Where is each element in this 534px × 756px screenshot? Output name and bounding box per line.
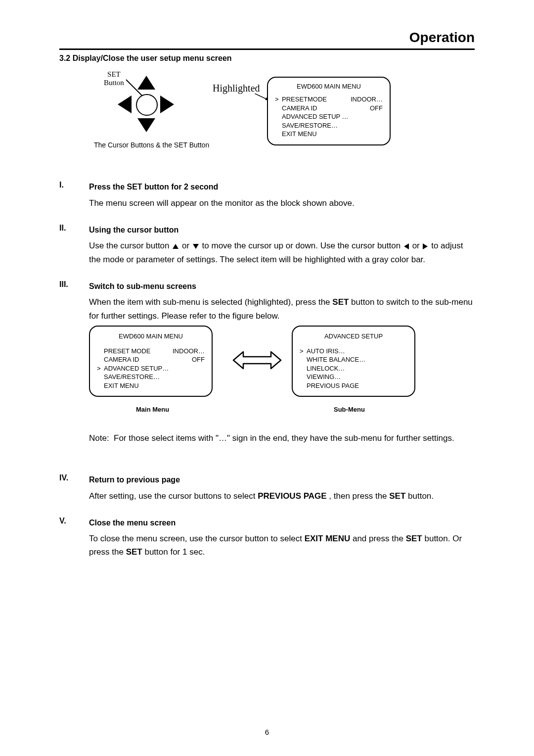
row-value: OFF — [364, 104, 383, 113]
step-iii: III. Switch to sub-menu screens When the… — [59, 280, 475, 460]
row-label: CAMERA ID — [104, 355, 139, 364]
menu-row: EXIT MENU — [275, 130, 383, 139]
arrow-left-icon — [404, 243, 409, 249]
menu-title: EWD600 MAIN MENU — [97, 331, 205, 342]
row-label: SAVE/RESTORE… — [104, 373, 160, 381]
row-label: ADVANCED SETUP… — [104, 364, 169, 373]
note: Note: For those select items with "…" si… — [89, 431, 475, 445]
text: button. — [408, 491, 434, 501]
step-num: IV. — [59, 473, 89, 503]
step-body: Use the cursor button or to move the cur… — [89, 239, 475, 266]
row-label: LINELOCK… — [307, 364, 345, 373]
text: or — [412, 241, 422, 250]
page-title: Operation — [59, 30, 475, 46]
step-body: To close the menu screen, use the cursor… — [89, 532, 475, 559]
cursor-pad-caption: The Cursor Buttons & the SET Button — [94, 141, 209, 149]
set-button-icon — [136, 94, 158, 116]
text: , then press the — [329, 491, 389, 501]
text: or — [182, 241, 192, 250]
text: To close the menu screen, use the cursor… — [89, 534, 305, 543]
page: Operation 3.2 Display/Close the user set… — [0, 0, 534, 756]
step-head: Close the menu screen — [89, 517, 475, 529]
rule — [59, 48, 475, 50]
text-bold: PREVIOUS PAGE — [258, 491, 327, 501]
text: After setting, use the cursor buttons to… — [89, 491, 258, 501]
text-bold: EXIT MENU — [305, 534, 351, 543]
row-label: AUTO IRIS… — [307, 347, 345, 356]
double-arrow-icon — [232, 348, 282, 377]
step-head: Using the cursor button — [89, 224, 475, 236]
row-caret — [300, 364, 307, 373]
row-caret: > — [275, 95, 282, 104]
row-label: VIEWING… — [307, 373, 341, 381]
figure-middle: EWD600 MAIN MENU PRESET MODE INDOOR… CAM… — [89, 326, 475, 429]
step-head: Switch to sub-menu screens — [89, 280, 475, 293]
row-caret — [97, 381, 104, 390]
row-caret — [275, 121, 282, 130]
step-head: Return to previous page — [89, 473, 475, 486]
row-label: ADVANCED SETUP … — [282, 112, 349, 121]
text-bold: SET — [332, 297, 349, 307]
text-bold: SET — [406, 534, 422, 543]
row-value: OFF — [186, 355, 205, 364]
arrow-right-icon — [160, 95, 174, 113]
row-caret — [300, 355, 307, 364]
row-caret — [275, 130, 282, 139]
menu-row: CAMERA ID OFF — [275, 104, 383, 113]
row-label: PRESETMODE — [282, 95, 327, 104]
menu-row: VIEWING… — [300, 373, 407, 381]
figure-top: SET Button The Cursor Buttons & the SET … — [59, 72, 475, 161]
row-caret — [97, 347, 104, 356]
section-heading: 3.2 Display/Close the user setup menu sc… — [59, 54, 475, 63]
menu-row: PREVIOUS PAGE — [300, 381, 407, 390]
row-caret — [97, 373, 104, 381]
text: When the item with sub-menu is selected … — [89, 297, 332, 307]
menu-title: EWD600 MAIN MENU — [275, 83, 383, 90]
menu-row: > AUTO IRIS… — [300, 347, 407, 356]
main-menu-box: EWD600 MAIN MENU PRESET MODE INDOOR… CAM… — [89, 326, 213, 397]
step-i: I. Press the SET button for 2 second The… — [59, 181, 475, 210]
steps: I. Press the SET button for 2 second The… — [59, 181, 475, 559]
row-caret — [275, 104, 282, 113]
page-number: 6 — [0, 728, 534, 736]
step-body: The menu screen will appear on the monit… — [89, 196, 475, 210]
row-label: EXIT MENU — [282, 130, 317, 139]
row-label: WHITE BALANCE… — [307, 355, 365, 364]
step-num: III. — [59, 280, 89, 460]
cursor-pad — [119, 77, 173, 131]
menu-row: > PRESETMODE INDOOR… — [275, 95, 383, 104]
step-head: Press the SET button for 2 second — [89, 181, 475, 193]
arrow-left-icon — [118, 95, 132, 113]
text: button for 1 sec. — [144, 547, 205, 557]
menu-row: SAVE/RESTORE… — [275, 121, 383, 130]
row-label: CAMERA ID — [282, 104, 317, 113]
row-caret — [97, 355, 104, 364]
text: and press the — [353, 534, 406, 543]
step-ii: II. Using the cursor button Use the curs… — [59, 224, 475, 266]
menu-title: ADVANCED SETUP — [300, 331, 407, 342]
menu-row: WHITE BALANCE… — [300, 355, 407, 364]
figure-caption-sub: Sub-Menu — [334, 405, 365, 415]
step-body: After setting, use the cursor buttons to… — [89, 489, 475, 503]
svg-marker-4 — [233, 352, 281, 369]
menu-row: ADVANCED SETUP … — [275, 112, 383, 121]
note-body: For those select items with "…" sign in … — [114, 431, 454, 445]
main-menu-box-top: EWD600 MAIN MENU > PRESETMODE INDOOR… CA… — [267, 77, 391, 145]
step-iv: IV. Return to previous page After settin… — [59, 473, 475, 503]
row-caret — [300, 381, 307, 390]
menu-row: SAVE/RESTORE… — [97, 373, 205, 381]
sub-menu-box: ADVANCED SETUP > AUTO IRIS… WHITE BALANC… — [292, 326, 415, 397]
row-label: EXIT MENU — [104, 381, 139, 390]
menu-row: > ADVANCED SETUP… — [97, 364, 205, 373]
menu-row: LINELOCK… — [300, 364, 407, 373]
text-bold: SET — [126, 547, 142, 557]
row-caret: > — [97, 364, 104, 373]
text-bold: SET — [389, 491, 405, 501]
highlighted-label: Highlighted — [213, 83, 260, 94]
arrow-down-icon — [137, 118, 155, 132]
step-num: II. — [59, 224, 89, 266]
row-caret — [275, 112, 282, 121]
row-caret: > — [300, 347, 307, 356]
step-num: I. — [59, 181, 89, 210]
step-v: V. Close the menu screen To close the me… — [59, 517, 475, 559]
